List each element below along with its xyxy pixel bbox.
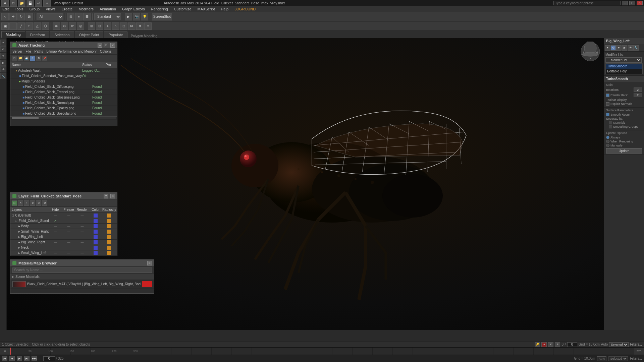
shrink-btn[interactable]: ⊖: [61, 22, 68, 30]
smooth-result-checkbox[interactable]: [606, 113, 609, 116]
asset-new-btn[interactable]: □: [12, 56, 17, 61]
layer-select-btn[interactable]: ⊕: [30, 200, 35, 206]
layer-row-neck[interactable]: ▸ Neck — — —: [10, 245, 117, 250]
sidebar-display[interactable]: 👁: [0, 66, 6, 72]
close-btn[interactable]: ✕: [637, 1, 643, 5]
search-input[interactable]: [553, 1, 621, 5]
layer-btn[interactable]: ☰: [83, 13, 91, 20]
motion-btn[interactable]: ▶: [622, 45, 627, 51]
bridge-btn[interactable]: ⋈: [128, 22, 136, 30]
key-filter-btn[interactable]: F: [555, 342, 560, 347]
vertex-btn[interactable]: ·: [9, 22, 17, 30]
bevel-btn[interactable]: ⌂: [112, 22, 119, 30]
layer-select2-btn[interactable]: ⊖: [36, 200, 41, 206]
face-btn[interactable]: △: [34, 22, 41, 30]
asset-save-btn[interactable]: 💾: [24, 56, 29, 61]
new-btn[interactable]: □: [10, 0, 17, 7]
timeline-bar[interactable]: 0 50 100 150 200 250 300 325: [0, 347, 644, 355]
sidebar-create[interactable]: ✦: [0, 40, 6, 46]
asset-scrollbar[interactable]: [10, 116, 117, 120]
sidebar-utilities[interactable]: 🔧: [0, 73, 6, 79]
menu-views[interactable]: Views: [45, 7, 56, 11]
manually-radio[interactable]: [606, 144, 609, 147]
tab-selection[interactable]: Selection: [50, 32, 74, 38]
menu-animation[interactable]: Animation: [99, 7, 117, 11]
filter-dropdown[interactable]: All: [37, 13, 63, 20]
menu-help[interactable]: Help: [220, 7, 230, 11]
inset-btn[interactable]: ⊡: [120, 22, 127, 30]
key-btn[interactable]: 🔑: [535, 342, 540, 347]
iterations-input[interactable]: [634, 87, 642, 92]
asset-row-glossiness[interactable]: ■Field_Cricket_Black_Glossiness.png Foun…: [10, 95, 117, 100]
border-btn[interactable]: □: [25, 22, 33, 30]
select-btn[interactable]: ↖: [1, 13, 9, 20]
menu-maxscript[interactable]: MAXScript: [197, 7, 216, 11]
asset-row-specular[interactable]: ■Field_Cricket_Black_Specular.png Found: [10, 111, 117, 116]
asset-menu-paths[interactable]: Paths: [35, 50, 43, 53]
layer-row-default[interactable]: □ 0 (Default) — — —: [10, 213, 117, 218]
target-weld-btn[interactable]: ⊙: [144, 22, 152, 30]
display-btn[interactable]: 👁: [628, 45, 633, 51]
maximize-btn[interactable]: □: [629, 1, 635, 5]
modifier-turbosmooth[interactable]: TurboSmooth: [606, 64, 642, 69]
save-btn[interactable]: 💾: [26, 0, 34, 7]
when-rendering-radio[interactable]: [606, 140, 609, 143]
menu-edit[interactable]: Edit: [1, 7, 10, 11]
update-btn[interactable]: Update: [606, 148, 642, 154]
asset-row-diffuse[interactable]: ■Field_Cricket_Black_Diffuse.png Found: [10, 84, 117, 89]
hierarchy-btn[interactable]: ▼: [616, 45, 622, 51]
auto-key-btn[interactable]: A: [541, 342, 547, 347]
material-item[interactable]: Black_Field_Cricket_MAT ( VRayMtl ) [Big…: [10, 280, 154, 289]
layer-row-cricket-pose[interactable]: □ Field_Cricket_Standart_Pose ✓ — —: [10, 218, 117, 224]
screenshot-btn[interactable]: ScreenShot: [152, 13, 172, 20]
render-iters-checkbox[interactable]: [606, 94, 609, 97]
open-btn[interactable]: 📁: [18, 0, 25, 7]
connect-btn[interactable]: ⊞: [88, 22, 95, 30]
viewport-gizmo[interactable]: Y X Z: [580, 42, 600, 62]
menu-tools[interactable]: Tools: [14, 7, 24, 11]
play-anim-btn[interactable]: |◀: [2, 356, 7, 361]
menu-customize[interactable]: Customize: [173, 7, 193, 11]
next-frame-btn[interactable]: ▶|: [24, 356, 30, 361]
element-btn[interactable]: ⬡: [42, 22, 49, 30]
auto-key-status[interactable]: Auto: [597, 356, 606, 361]
filters-status-label[interactable]: Filters...: [630, 357, 642, 360]
tab-populate[interactable]: Populate: [104, 32, 127, 38]
layer-row-small-wing-right[interactable]: ▸ Small_Wing_Right — — —: [10, 229, 117, 234]
menu-modifiers[interactable]: Modifiers: [77, 7, 95, 11]
undo-btn[interactable]: ↩: [35, 0, 42, 7]
current-frame-input[interactable]: [43, 356, 55, 361]
tab-modeling[interactable]: Modeling: [1, 31, 25, 38]
menu-create[interactable]: Create: [60, 7, 73, 11]
light-btn[interactable]: 💡: [141, 13, 148, 20]
scale-btn[interactable]: ⊠: [25, 13, 33, 20]
asset-row-normal[interactable]: ■Field_Cricket_Black_Normal.png Found: [10, 100, 117, 106]
tab-object-paint[interactable]: Object Paint: [75, 32, 104, 38]
layer-row-big-wing-right[interactable]: ▸ Big_Wing_Right — — —: [10, 240, 117, 245]
explicit-normals-checkbox[interactable]: [606, 102, 609, 106]
poly-select-btn[interactable]: ▣: [1, 22, 9, 30]
layer-new-btn[interactable]: +: [24, 200, 29, 206]
asset-row-fresnel[interactable]: ■Field_Cricket_Black_Fresnel.png Found: [10, 89, 117, 95]
utility-btn[interactable]: 🔧: [633, 45, 639, 51]
menu-graph-editors[interactable]: Graph Editors: [121, 7, 146, 11]
move-btn[interactable]: ✛: [9, 13, 17, 20]
asset-scroll-thumb[interactable]: [12, 117, 39, 119]
asset-row-maps[interactable]: ▸Maps / Shaders: [10, 79, 117, 84]
layer-settings-btn[interactable]: ⚙: [42, 200, 47, 206]
layer-row-body[interactable]: ▸ Body — — —: [10, 224, 117, 229]
set-key-btn[interactable]: K: [548, 342, 553, 347]
modifier-dropdown[interactable]: — Modifier List —: [605, 57, 642, 63]
layer-row-small-wing-left[interactable]: ▸ Small_Wing_Left — — —: [10, 250, 117, 256]
menu-group[interactable]: Group: [29, 7, 41, 11]
timeline-track[interactable]: 50 100 150 200 250 300: [10, 348, 634, 355]
render-iters-input[interactable]: [634, 93, 642, 97]
loop-btn[interactable]: ⟳: [69, 22, 76, 30]
menu-3dground[interactable]: 3DGROUND: [233, 7, 257, 11]
align-btn[interactable]: ≡: [75, 13, 83, 20]
selected-filter-status[interactable]: Selected: [608, 356, 628, 361]
asset-menu-file[interactable]: File: [25, 50, 31, 53]
chamfer-btn[interactable]: ⋄: [104, 22, 111, 30]
sidebar-motion[interactable]: ▶: [0, 60, 6, 66]
asset-menu-bitmap[interactable]: Bitmap Performance and Memory: [46, 50, 97, 53]
